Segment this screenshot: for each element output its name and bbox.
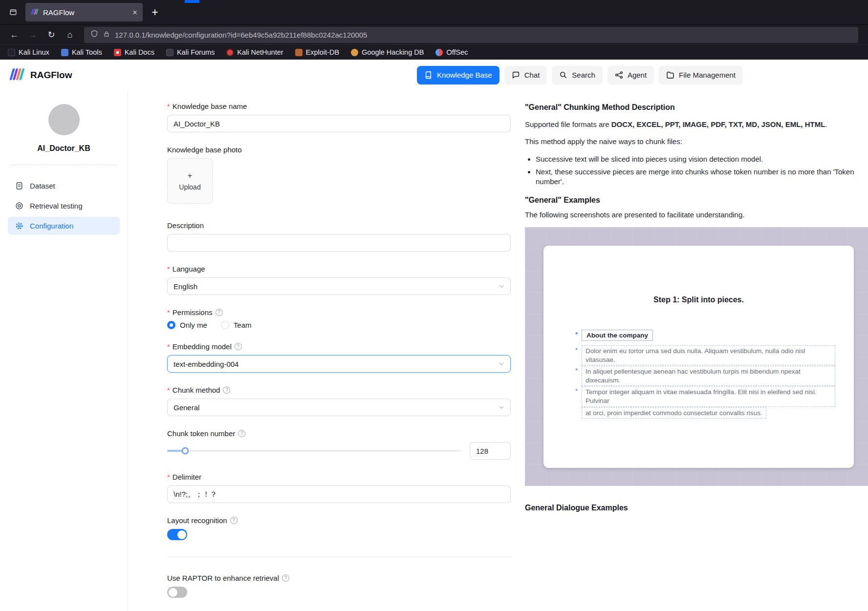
forward-icon[interactable]: →: [24, 27, 41, 42]
configuration-form: * Knowledge base name Knowledge base pho…: [128, 90, 525, 611]
nav-search[interactable]: Search: [552, 66, 603, 84]
chevron-down-icon: [499, 361, 504, 367]
gear-icon: [15, 222, 23, 230]
home-icon[interactable]: ⌂: [62, 27, 78, 42]
bookmark-exploit-db[interactable]: Exploit-DB: [295, 48, 340, 56]
chunk-method-help-icon[interactable]: ?: [223, 386, 230, 394]
chunk-method-select[interactable]: General: [167, 399, 511, 416]
url-text: 127.0.0.1/knowledge/configuration?id=6eb…: [115, 31, 367, 39]
chunk-token-help-icon[interactable]: ?: [238, 430, 245, 437]
app-body: AI_Doctor_KB Dataset Retrieval testing C…: [0, 90, 868, 611]
raptor-toggle[interactable]: [167, 587, 187, 598]
delimiter-label: Delimiter: [173, 473, 201, 481]
docs-title: "General" Chunking Method Description: [525, 103, 868, 112]
kb-name: AI_Doctor_KB: [0, 144, 128, 153]
ragflow-brand[interactable]: RAGFlow: [9, 67, 72, 84]
shield-icon[interactable]: [90, 30, 98, 40]
site-info-lock-icon[interactable]: [103, 30, 110, 40]
example-figure: Step 1: Split into pieces. * About the c…: [525, 227, 868, 486]
nav-knowledge-base[interactable]: Knowledge Base: [417, 66, 499, 84]
tab-close-icon[interactable]: ×: [132, 8, 137, 17]
chunk-token-number-input[interactable]: [470, 442, 511, 460]
sidebar-item-configuration[interactable]: Configuration: [8, 217, 120, 235]
radio-team[interactable]: Team: [221, 321, 252, 329]
delimiter-input[interactable]: [167, 485, 511, 503]
kb-sidebar: AI_Doctor_KB Dataset Retrieval testing C…: [0, 90, 128, 611]
sidebar-divider: [11, 165, 117, 165]
offsec-icon: [435, 49, 443, 56]
raptor-help-icon[interactable]: ?: [282, 574, 289, 582]
exploit-db-icon: [295, 49, 303, 56]
toggle-knob: [177, 530, 186, 539]
supported-formats-line: Supported file formats are DOCX, EXCEL, …: [525, 120, 868, 129]
firefox-view-icon[interactable]: [5, 4, 22, 21]
layout-recognition-help-icon[interactable]: ?: [230, 517, 238, 524]
reload-icon[interactable]: ↻: [43, 27, 60, 42]
kb-name-input[interactable]: [167, 115, 511, 132]
permissions-label: Permissions: [173, 308, 213, 316]
sidebar-item-retrieval-testing[interactable]: Retrieval testing: [8, 197, 120, 215]
retrieval-target-icon: [15, 202, 23, 210]
kali-linux-icon: [8, 49, 15, 56]
kb-avatar: [48, 104, 80, 135]
bookmark-kali-docs[interactable]: Kali Docs: [114, 48, 154, 56]
language-select[interactable]: English: [167, 277, 511, 295]
sidebar-item-dataset[interactable]: Dataset: [8, 177, 120, 195]
chat-icon: [512, 71, 520, 79]
example-text-line: * In aliquet pellentesque aenean hac ves…: [582, 366, 835, 386]
bookmark-kali-linux[interactable]: Kali Linux: [8, 48, 49, 56]
back-icon[interactable]: ←: [6, 27, 22, 42]
nav-file-management[interactable]: File Management: [659, 66, 743, 84]
search-icon: [559, 71, 567, 79]
radio-dot-selected: [167, 321, 175, 329]
browser-window: RAGFlow × + ← → ↻ ⌂ 127.0.0.1/knowledge/…: [0, 0, 868, 611]
field-raptor: Use RAPTOR to enhance retrieval ?: [167, 574, 511, 598]
example-text-line: * Dolor enim eu tortor urna sed duis nul…: [582, 345, 835, 365]
nav-agent[interactable]: Agent: [608, 66, 654, 84]
photo-upload-dropzone[interactable]: + Upload: [167, 158, 213, 204]
brand-name: RAGFlow: [30, 70, 72, 81]
examples-title: "General" Examples: [525, 196, 868, 205]
slider-handle[interactable]: [182, 447, 189, 455]
embedding-model-select[interactable]: text-embedding-004: [167, 355, 511, 373]
chunk-token-number-label: Chunk token number: [167, 429, 235, 438]
radio-dot-unselected: [221, 321, 229, 329]
field-kb-name: * Knowledge base name: [167, 102, 511, 132]
tab-title: RAGFlow: [43, 8, 128, 17]
field-kb-photo: Knowledge base photo + Upload: [167, 146, 511, 204]
url-bar[interactable]: 127.0.0.1/knowledge/configuration?id=6eb…: [84, 27, 858, 43]
dialogue-examples-title: General Dialogue Examples: [525, 504, 868, 512]
layout-recognition-toggle[interactable]: [167, 529, 187, 540]
kb-name-label: Knowledge base name: [173, 102, 247, 110]
permissions-help-icon[interactable]: ?: [216, 309, 223, 316]
method-line: This method apply the naive ways to chun…: [525, 137, 868, 147]
chunk-marker-icon: *: [575, 331, 578, 338]
browser-tab-ragflow[interactable]: RAGFlow ×: [25, 3, 143, 21]
bookmark-kali-tools[interactable]: Kali Tools: [61, 48, 102, 56]
toggle-knob: [169, 588, 177, 597]
nav-chat[interactable]: Chat: [504, 66, 547, 84]
ragflow-logo-icon: [9, 67, 25, 84]
embedding-model-help-icon[interactable]: ?: [235, 343, 242, 350]
bookmark-offsec[interactable]: OffSec: [435, 48, 468, 56]
tab-strip: RAGFlow × +: [0, 0, 868, 24]
layout-recognition-label: Layout recognition: [167, 516, 227, 525]
description-input[interactable]: [167, 234, 511, 252]
google-hacking-db-icon: [351, 49, 358, 56]
bookmark-kali-nethunter[interactable]: Kali NetHunter: [226, 48, 283, 56]
example-document-card: Step 1: Split into pieces. * About the c…: [543, 246, 854, 468]
field-layout-recognition: Layout recognition ?: [167, 516, 511, 540]
required-mark: *: [167, 265, 170, 273]
chunk-token-slider[interactable]: [167, 450, 461, 452]
bookmark-google-hacking-db[interactable]: Google Hacking DB: [351, 48, 424, 56]
new-tab-button[interactable]: +: [147, 4, 163, 21]
kb-photo-label: Knowledge base photo: [167, 146, 242, 154]
kali-docs-icon: [114, 49, 121, 56]
example-step-title: Step 1: Split into pieces.: [543, 246, 854, 304]
field-description: Description: [167, 221, 511, 252]
bookmark-kali-forums[interactable]: Kali Forums: [166, 48, 215, 56]
kali-nethunter-icon: [226, 49, 234, 56]
field-embedding-model: * Embedding model ? text-embedding-004: [167, 342, 511, 373]
radio-only-me[interactable]: Only me: [167, 321, 207, 329]
chevron-down-icon: [499, 404, 504, 410]
